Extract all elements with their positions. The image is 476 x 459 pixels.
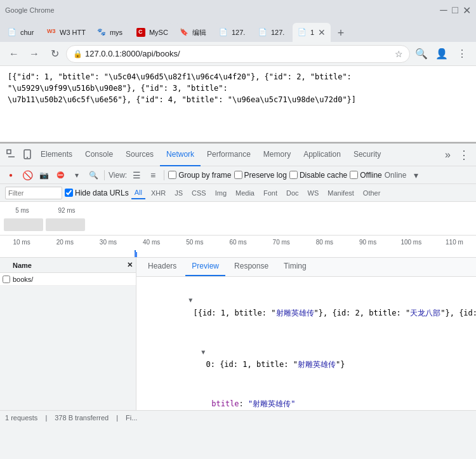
filter-js[interactable]: JS — [171, 187, 186, 199]
tab-active[interactable]: 📄 1 ✕ — [293, 23, 331, 42]
detail-view-button[interactable]: ≡ — [146, 168, 160, 182]
tl-90ms: 90 ms — [347, 239, 390, 246]
requests-count: 1 requests — [5, 414, 37, 422]
group-by-frame-checkbox[interactable] — [168, 171, 176, 179]
filter-img[interactable]: Img — [212, 187, 230, 199]
filter-css[interactable]: CSS — [188, 187, 209, 199]
title-text: Google Chrome — [5, 6, 55, 14]
disable-cache-option[interactable]: Disable cache — [289, 171, 347, 180]
tab-label-mysc: MySC — [149, 29, 168, 36]
tab-w3[interactable]: W3 W3 HTT — [42, 23, 91, 42]
window-controls: ─ □ ✕ — [439, 6, 471, 15]
record-button[interactable]: ● — [4, 168, 18, 182]
expand-arrow-top[interactable]: ▼ — [188, 296, 192, 303]
filter-all[interactable]: All — [131, 187, 145, 199]
tab-network[interactable]: Network — [160, 143, 201, 166]
tab-memory[interactable]: Memory — [257, 143, 297, 166]
tab-mysc[interactable]: C MySC — [131, 23, 173, 42]
preserve-log-label: Preserve log — [244, 171, 287, 180]
tab-127a[interactable]: 📄 127. — [214, 23, 252, 42]
address-bar[interactable]: 🔒 127.0.0.1:8000/api/books/ ☆ — [66, 45, 410, 63]
tab-elements[interactable]: Elements — [34, 143, 79, 166]
tab-close-icon[interactable]: ✕ — [318, 27, 326, 37]
tab-sources[interactable]: Sources — [119, 143, 160, 166]
tl-110ms: 110 m — [433, 239, 476, 246]
tab-label-mys: mys — [110, 29, 125, 36]
list-view-button[interactable]: ☰ — [129, 168, 143, 182]
devtools-menu-icon[interactable]: ⋮ — [454, 148, 473, 162]
bookmark-icon[interactable]: ☆ — [395, 49, 403, 59]
name-column-header: Name — [0, 262, 124, 269]
filter-media[interactable]: Media — [232, 187, 258, 199]
timeline-labels-row: 10 ms 20 ms 30 ms 40 ms 50 ms 60 ms 70 m… — [0, 235, 476, 249]
search-button[interactable]: 🔍 — [86, 168, 100, 182]
tab-127b[interactable]: 📄 127. — [253, 23, 291, 42]
expand-0-arrow[interactable]: ▼ — [201, 349, 205, 356]
network-row-books[interactable]: books/ — [0, 273, 136, 286]
close-panel-icon[interactable]: ✕ — [124, 261, 136, 269]
filter-toggle-button[interactable]: ▾ — [70, 168, 84, 182]
row-checkbox[interactable] — [3, 276, 10, 283]
tab-favicon: 📄 — [8, 28, 17, 37]
tl-60ms: 60 ms — [216, 239, 260, 246]
throttle-dropdown[interactable]: ▾ — [409, 168, 423, 182]
clear-button[interactable]: ⛔ — [53, 168, 67, 182]
tab-edit[interactable]: 🔖 编辑 — [175, 23, 213, 42]
tab-application[interactable]: Application — [297, 143, 347, 166]
disable-cache-checkbox[interactable] — [289, 171, 298, 179]
filter-doc[interactable]: Doc — [283, 187, 302, 199]
tab-chur[interactable]: 📄 chur — [3, 23, 41, 42]
filter-bar: Hide data URLs All XHR JS CSS Img Media … — [0, 184, 476, 202]
forward-button[interactable]: → — [25, 45, 43, 63]
preserve-log-option[interactable]: Preserve log — [234, 171, 287, 180]
hide-data-urls-checkbox[interactable] — [65, 189, 73, 197]
profile-icon[interactable]: 👤 — [433, 45, 451, 63]
back-button[interactable]: ← — [5, 45, 23, 63]
filter-ws[interactable]: WS — [305, 187, 322, 199]
nav-icons: 🔍 👤 ⋮ — [413, 45, 471, 63]
val-btitle-0: "射雕英雄传" — [248, 399, 295, 408]
tl-100ms: 100 ms — [390, 239, 433, 246]
tab-favicon-edit: 🔖 — [180, 28, 188, 37]
item-0-header: 0: {id: 1, btitle: "射雕英雄传"} — [201, 360, 345, 369]
hide-data-urls-label: Hide data URLs — [75, 189, 129, 197]
minimize-button[interactable]: ─ — [439, 6, 448, 15]
devtools: Elements Console Sources Network Perform… — [0, 142, 476, 410]
filter-other[interactable]: Other — [360, 187, 384, 199]
stop-button[interactable]: 🚫 — [20, 168, 34, 182]
screenshot-button[interactable]: 📷 — [37, 168, 51, 182]
tab-preview[interactable]: Preview — [185, 257, 225, 276]
view-label: View: — [109, 171, 127, 180]
search-icon[interactable]: 🔍 — [413, 45, 430, 63]
more-tabs-icon[interactable]: » — [441, 149, 454, 161]
group-by-frame-option[interactable]: Group by frame — [168, 171, 231, 180]
tab-mys[interactable]: 🐾 mys — [92, 23, 130, 42]
tab-timing[interactable]: Timing — [277, 257, 313, 276]
hide-data-urls-option[interactable]: Hide data URLs — [65, 189, 129, 197]
menu-icon[interactable]: ⋮ — [453, 45, 471, 63]
tab-headers[interactable]: Headers — [142, 257, 183, 276]
tab-security[interactable]: Security — [347, 143, 387, 166]
new-tab-button[interactable]: + — [332, 24, 350, 42]
tl-80ms: 80 ms — [303, 239, 346, 246]
maximize-button[interactable]: □ — [451, 6, 459, 15]
address-text: 127.0.0.1:8000/api/books/ — [85, 49, 392, 58]
offline-option[interactable]: Offline — [350, 171, 381, 180]
refresh-button[interactable]: ↻ — [46, 45, 63, 63]
waterfall-area: 5 ms 92 ms 10 ms 20 ms 30 ms 40 ms 50 ms… — [0, 202, 476, 258]
tab-label: chur — [20, 29, 36, 36]
devtools-icon-inspect[interactable] — [3, 143, 20, 166]
disable-cache-label: Disable cache — [300, 171, 347, 180]
filter-input[interactable] — [5, 187, 62, 199]
tl-40ms: 40 ms — [130, 239, 173, 246]
filter-xhr[interactable]: XHR — [148, 187, 169, 199]
tab-performance[interactable]: Performance — [201, 143, 257, 166]
preserve-log-checkbox[interactable] — [234, 171, 242, 179]
filter-font[interactable]: Font — [260, 187, 281, 199]
tab-response[interactable]: Response — [228, 257, 275, 276]
tab-console[interactable]: Console — [79, 143, 119, 166]
close-button[interactable]: ✕ — [462, 6, 471, 15]
offline-checkbox[interactable] — [350, 171, 358, 179]
filter-manifest[interactable]: Manifest — [324, 187, 357, 199]
devtools-icon-mobile[interactable] — [20, 143, 34, 166]
